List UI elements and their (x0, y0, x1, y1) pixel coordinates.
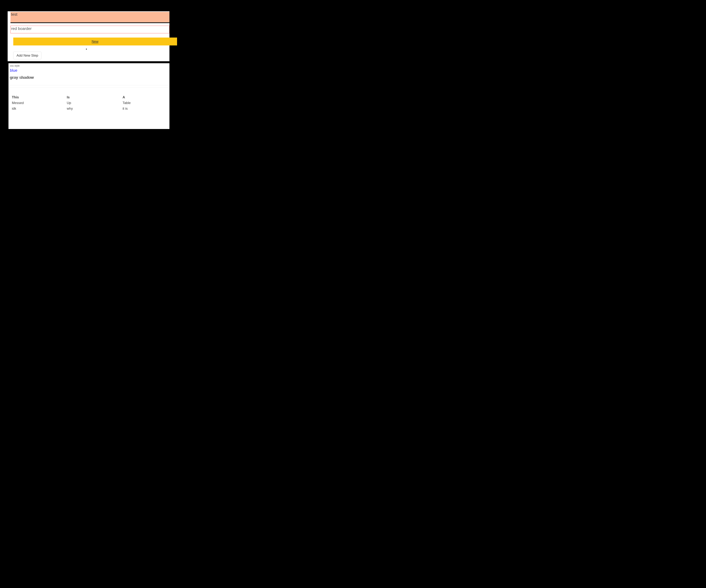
table-row: idk why it is (10, 106, 168, 111)
top-panel: test red boarder New Add New Step (8, 11, 169, 61)
gray-shadow-text: gray shadow (10, 75, 168, 80)
yellow-bar: New (13, 38, 169, 45)
table-cell: why (66, 106, 121, 111)
test-input[interactable]: test (10, 12, 169, 23)
table-header: Is (66, 94, 121, 100)
red-border-input[interactable]: red boarder (10, 26, 169, 33)
table-header-row: This Is A (10, 94, 168, 100)
demo-table: This Is A Messed Up Table idk why it is (10, 94, 168, 111)
bottom-panel: css style blue gray shadow This Is A Mes… (8, 63, 169, 129)
table-cell: Messed (10, 100, 66, 106)
divider (10, 85, 168, 85)
table-cell: Table (121, 100, 168, 106)
blue-text: blue (10, 68, 168, 73)
dot-icon (86, 49, 87, 49)
table-cell: idk (10, 106, 66, 111)
table-cell: it is (121, 106, 168, 111)
table-header: This (10, 94, 66, 100)
css-style-label: css style (10, 65, 168, 67)
new-link[interactable]: New (92, 40, 99, 43)
table-row: Messed Up Table (10, 100, 168, 106)
add-new-step-button[interactable]: Add New Step (13, 52, 41, 59)
table-header: A (121, 94, 168, 100)
table-cell: Up (66, 100, 121, 106)
